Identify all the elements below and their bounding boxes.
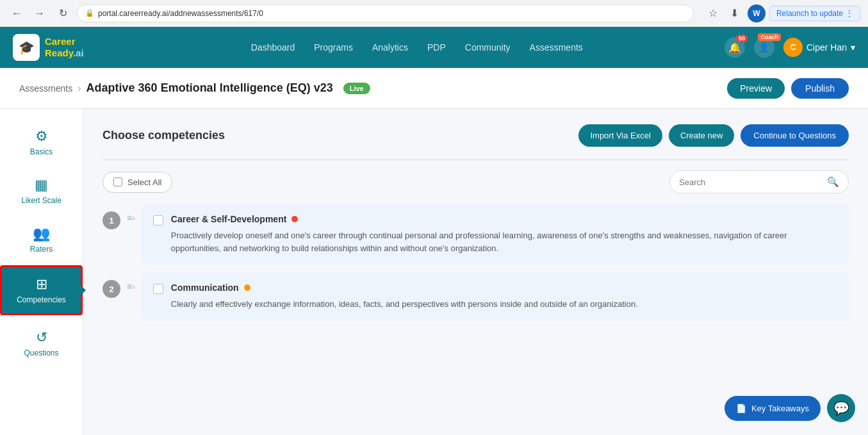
sidebar-item-questions[interactable]: ↺ Questions [0, 320, 83, 366]
section-divider [102, 160, 849, 160]
nav-community[interactable]: Community [465, 40, 511, 55]
key-takeaways-label: Key Takeaways [751, 404, 809, 413]
chat-button[interactable]: 💬 [827, 394, 855, 422]
competencies-header: Choose competencies Import Via Excel Cre… [102, 124, 849, 147]
browser-actions: ☆ ⬇ W Relaunch to update ⋮ [704, 4, 860, 22]
row-number-1: 1 [102, 211, 120, 229]
chat-icon: 💬 [833, 400, 849, 416]
key-takeaways-button[interactable]: 📄 Key Takeaways [725, 396, 821, 421]
sidebar-item-likert-scale[interactable]: ▦ Likert Scale [0, 168, 83, 214]
table-row: 1 ≡› Career & Self-Development Proactive… [102, 204, 849, 265]
sidebar-label-likert: Likert Scale [21, 196, 61, 205]
page-title: Adaptive 360 Emotional Intelligence (EQ)… [86, 81, 333, 95]
continue-to-questions-button[interactable]: Continue to Questions [741, 124, 849, 147]
nav-programs[interactable]: Programs [314, 40, 353, 55]
preview-button[interactable]: Preview [727, 78, 785, 99]
competency-card-2: Communication Clearly and effectively ex… [142, 272, 849, 321]
competencies-icon: ⊞ [36, 276, 47, 293]
select-all-button[interactable]: Select All [102, 172, 172, 193]
url-bar[interactable]: 🔒 portal.careerready.ai/addnewassessment… [77, 4, 694, 22]
card-description-1: Proactively develop oneself and one's ca… [171, 229, 837, 254]
sidebar-item-competencies[interactable]: ⊞ Competencies [0, 265, 83, 315]
competency-card-1: Career & Self-Development Proactively de… [142, 204, 849, 265]
scale-icon: ▦ [35, 177, 48, 193]
nav-dashboard[interactable]: Dashboard [251, 40, 295, 55]
table-row: 2 ≡› Communication Clearly and effective… [102, 272, 849, 321]
notification-badge: 50 [736, 35, 748, 42]
back-button[interactable]: ← [8, 4, 26, 22]
content-area: Choose competencies Import Via Excel Cre… [83, 109, 868, 435]
notification-button[interactable]: 🔔 50 [725, 37, 745, 58]
more-icon: ⋮ [846, 9, 853, 18]
refresh-button[interactable]: ↻ [54, 4, 72, 22]
nav-links: Dashboard Programs Analytics PDP Communi… [110, 40, 725, 55]
status-badge-red [291, 216, 298, 222]
competency-checkbox-1[interactable] [153, 215, 163, 226]
select-all-label: Select All [127, 177, 161, 187]
coach-button[interactable]: 👤 Coach [754, 37, 774, 58]
select-all-checkbox[interactable] [113, 177, 122, 186]
sub-header: Assessments › Adaptive 360 Emotional Int… [0, 68, 868, 109]
live-badge: Live [343, 83, 370, 94]
relaunch-button[interactable]: Relaunch to update ⋮ [769, 6, 860, 21]
main-layout: ⚙ Basics ▦ Likert Scale 👥 Raters ⊞ Compe… [0, 109, 868, 435]
chevron-down-icon: ▾ [851, 42, 855, 53]
coach-badge: Coach [758, 33, 781, 41]
nav-right: 🔔 50 👤 Coach C Ciper Han ▾ [725, 37, 855, 58]
card-content-1: Career & Self-Development Proactively de… [171, 214, 837, 254]
nav-assessments[interactable]: Assessments [530, 40, 583, 55]
sidebar-label-raters: Raters [30, 245, 53, 254]
card-title-1: Career & Self-Development [171, 214, 837, 224]
sidebar-item-raters[interactable]: 👥 Raters [0, 217, 83, 263]
floating-area: 📄 Key Takeaways 💬 [725, 394, 855, 422]
create-new-button[interactable]: Create new [669, 124, 734, 147]
breadcrumb-separator: › [78, 83, 81, 94]
competency-list: 1 ≡› Career & Self-Development Proactive… [102, 204, 849, 321]
card-title-2: Communication [171, 283, 837, 293]
user-name: Ciper Han [807, 42, 847, 53]
nav-analytics[interactable]: Analytics [372, 40, 408, 55]
forward-button[interactable]: → [31, 4, 49, 22]
row-number-2: 2 [102, 280, 120, 298]
sidebar: ⚙ Basics ▦ Likert Scale 👥 Raters ⊞ Compe… [0, 109, 83, 435]
logo-text: Career Ready.ai [45, 36, 84, 59]
bookmark-button[interactable]: ☆ [704, 4, 722, 22]
search-icon: 🔍 [827, 176, 839, 188]
browser-profile-button[interactable]: W [748, 4, 766, 22]
sidebar-label-competencies: Competencies [17, 295, 66, 304]
top-nav: 🎓 Career Ready.ai Dashboard Programs Ana… [0, 27, 868, 68]
search-bar: 🔍 [669, 170, 849, 193]
section-title: Choose competencies [102, 129, 578, 142]
publish-button[interactable]: Publish [791, 78, 849, 99]
card-content-2: Communication Clearly and effectively ex… [171, 283, 837, 311]
breadcrumb: Assessments › Adaptive 360 Emotional Int… [19, 81, 727, 95]
nav-pdp[interactable]: PDP [427, 40, 446, 55]
url-text: portal.careerready.ai/addnewassessments/… [98, 9, 685, 18]
action-buttons: Import Via Excel Create new Continue to … [578, 124, 849, 147]
logo[interactable]: 🎓 Career Ready.ai [13, 34, 84, 61]
search-input[interactable] [679, 177, 822, 187]
lock-icon: 🔒 [85, 9, 94, 17]
sidebar-label-basics: Basics [30, 147, 53, 156]
raters-icon: 👥 [33, 226, 50, 242]
status-badge-orange [244, 284, 250, 291]
drag-handle-2[interactable]: ≡› [127, 281, 135, 291]
competency-checkbox-2[interactable] [153, 284, 163, 294]
key-takeaways-icon: 📄 [736, 404, 746, 413]
sidebar-item-basics[interactable]: ⚙ Basics [0, 119, 83, 165]
avatar: C [783, 38, 803, 57]
user-profile[interactable]: C Ciper Han ▾ [783, 38, 855, 57]
questions-icon: ↺ [36, 329, 47, 346]
download-button[interactable]: ⬇ [726, 4, 744, 22]
breadcrumb-assessments[interactable]: Assessments [19, 83, 72, 94]
import-excel-button[interactable]: Import Via Excel [578, 124, 662, 147]
sidebar-label-questions: Questions [24, 349, 58, 357]
logo-icon: 🎓 [13, 34, 40, 61]
toolbar: Select All 🔍 [102, 170, 849, 193]
subheader-actions: Preview Publish [727, 78, 849, 99]
drag-handle-1[interactable]: ≡› [127, 213, 135, 223]
gear-icon: ⚙ [35, 128, 48, 145]
browser-bar: ← → ↻ 🔒 portal.careerready.ai/addnewasse… [0, 0, 868, 27]
card-description-2: Clearly and effectively exchange informa… [171, 298, 837, 311]
